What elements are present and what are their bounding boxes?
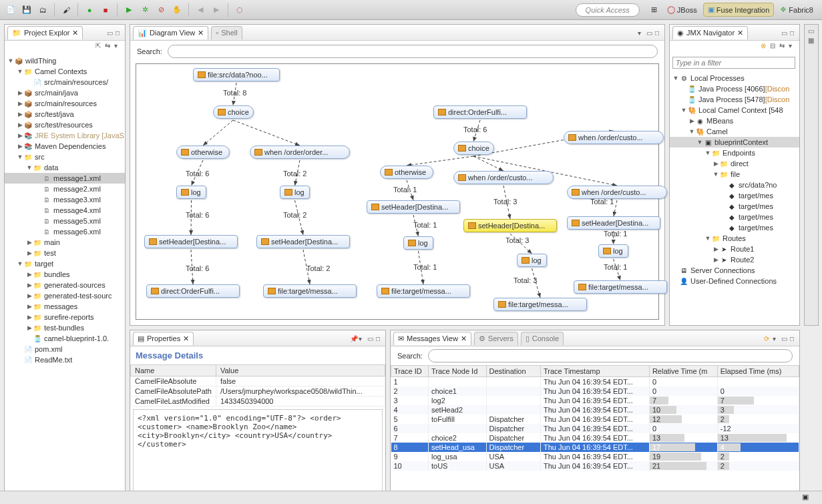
diagram-node[interactable]: log <box>403 236 433 250</box>
twisty-icon[interactable]: ▼ <box>704 150 711 156</box>
tree-item[interactable]: ▶📦src/test/resources <box>5 119 125 130</box>
xml-source-box[interactable]: <?xml version="1.0" encoding="UTF-8"?> <… <box>133 409 383 501</box>
tree-item[interactable]: 🗎message4.xml <box>5 205 125 216</box>
tree-item[interactable]: ▼📁Camel Contexts <box>5 66 125 77</box>
twisty-icon[interactable]: ▶ <box>26 250 33 256</box>
diagram-node[interactable]: file:target/messa... <box>377 284 470 298</box>
tree-item[interactable]: 📄src/main/resources/ <box>5 77 125 87</box>
msg-col[interactable]: Destination <box>486 366 540 377</box>
minimize-icon[interactable]: ▭ <box>781 335 788 342</box>
brush-icon[interactable]: 🖌 <box>59 3 73 17</box>
diagram-node[interactable]: when /order/custo... <box>567 186 667 199</box>
twisty-icon[interactable]: ▶ <box>17 89 23 96</box>
collapse-icon[interactable]: ⊟ <box>770 42 777 49</box>
jmx-tree-item[interactable]: ▼⚙Local Processes <box>670 73 799 83</box>
msg-col[interactable]: Elapsed Time (ms) <box>717 366 799 377</box>
twisty-icon[interactable]: ▶ <box>26 271 33 278</box>
jmx-tree-item[interactable]: ◆target/mes <box>670 212 799 222</box>
save-icon[interactable]: 💾 <box>20 3 33 17</box>
twisty-icon[interactable]: ▶ <box>17 100 23 107</box>
twisty-icon[interactable]: ▶ <box>26 324 33 331</box>
msg-col[interactable]: Relative Time (m <box>649 366 717 377</box>
jmx-tree-item[interactable]: ◆src/data?no <box>670 180 799 190</box>
message-row[interactable]: 4setHead2Thu Jun 04 16:39:54 EDT...103 <box>391 405 799 415</box>
twisty-icon[interactable]: ▶ <box>26 314 33 320</box>
perspective-fuse[interactable]: ▣Fuse Integration <box>703 3 775 17</box>
maximize-icon[interactable]: □ <box>376 335 383 342</box>
twisty-icon[interactable]: ▼ <box>26 164 33 171</box>
link-editor-icon[interactable]: ⇆ <box>105 42 112 49</box>
diagram-node[interactable]: file:src/data?noo... <box>193 68 280 81</box>
jmx-tree-item[interactable]: ▶➤Route2 <box>670 254 799 265</box>
messages-search-input[interactable] <box>428 349 793 362</box>
back-icon[interactable]: ◀ <box>194 3 207 17</box>
diagram-node[interactable]: setHeader[Destina... <box>567 216 660 230</box>
twisty-icon[interactable]: ▶ <box>712 246 719 252</box>
tree-item[interactable]: ▼📦wildThing <box>5 55 125 66</box>
diagram-node[interactable]: choice <box>453 142 494 155</box>
forward-icon[interactable]: ▶ <box>210 3 223 17</box>
jmx-tree-item[interactable]: ◆target/mes <box>670 190 799 201</box>
diagram-node[interactable]: file:target/messa... <box>263 284 357 298</box>
view-menu-icon[interactable]: ▾ <box>773 335 779 342</box>
props-col-name[interactable]: Name <box>131 365 216 376</box>
perspective-jboss[interactable]: ◯JBoss <box>662 3 702 17</box>
message-row[interactable]: 3log2Thu Jun 04 16:39:54 EDT...77 <box>391 396 799 405</box>
tree-item[interactable]: 🗎message5.xml <box>5 216 125 226</box>
message-row[interactable]: 7choice2DispatcherThu Jun 04 16:39:54 ED… <box>391 433 799 443</box>
palette-icon[interactable]: ▦ <box>808 37 815 43</box>
minimize-icon[interactable]: ▭ <box>367 335 374 342</box>
diagram-node[interactable]: setHeader[Destina... <box>367 200 460 214</box>
tree-item[interactable]: ▶📦src/main/resources <box>5 98 125 109</box>
diagram-canvas[interactable]: file:src/data?noo...choiceotherwisewhen … <box>136 63 659 320</box>
tree-item[interactable]: 🗎message2.xml <box>5 184 125 194</box>
twisty-icon[interactable]: ▶ <box>688 117 695 124</box>
message-row[interactable]: 6DispatcherThu Jun 04 16:39:54 EDT...0-1… <box>391 424 799 433</box>
restore-icon[interactable]: ▭ <box>808 27 815 34</box>
tree-item[interactable]: ▶📁main <box>5 237 125 248</box>
open-perspective-icon[interactable]: ⊞ <box>648 3 661 17</box>
minimize-icon[interactable]: ▭ <box>107 29 114 36</box>
messages-table[interactable]: Trace IDTrace Node IdDestinationTrace Ti… <box>391 365 799 471</box>
view-menu-icon[interactable]: ▾ <box>359 335 365 342</box>
twisty-icon[interactable]: ▶ <box>26 292 33 299</box>
twisty-icon[interactable]: ▼ <box>672 75 679 81</box>
message-row[interactable]: 1Thu Jun 04 16:39:54 EDT...0 <box>391 377 799 387</box>
message-row[interactable]: 9log_usaUSAThu Jun 04 16:39:54 EDT...192 <box>391 452 799 461</box>
diagram-node[interactable]: direct:OrderFulfi... <box>433 105 527 119</box>
tree-item[interactable]: 📄ReadMe.txt <box>5 354 125 365</box>
twisty-icon[interactable]: ▼ <box>696 139 703 146</box>
stop-red-icon[interactable]: ■ <box>99 3 112 17</box>
tree-item[interactable]: 🫙camel-blueprint-1.0. <box>5 333 125 344</box>
jmx-filter-input[interactable] <box>672 57 795 69</box>
minimize-icon[interactable]: ▭ <box>781 29 788 36</box>
tree-item[interactable]: ▼📁src <box>5 152 125 162</box>
tree-item[interactable]: ▶📁generated-test-sourc <box>5 290 125 301</box>
tree-item[interactable]: ▶📚Maven Dependencies <box>5 141 125 152</box>
maximize-icon[interactable]: □ <box>790 29 797 36</box>
tree-item[interactable]: ▶📁test <box>5 248 125 258</box>
messages-view-tab[interactable]: ✉ Messages View ✕ <box>393 332 471 345</box>
twisty-icon[interactable]: ▼ <box>17 260 23 267</box>
tree-item[interactable]: ▶📁bundles <box>5 269 125 280</box>
saveall-icon[interactable]: 🗂 <box>36 3 49 17</box>
menu-icon[interactable]: ▾ <box>789 42 795 49</box>
console-tab[interactable]: ▯ Console <box>521 332 564 345</box>
project-tree[interactable]: ▼📦wildThing▼📁Camel Contexts📄src/main/res… <box>5 54 125 504</box>
new-connection-icon[interactable]: ⊕ <box>761 42 767 49</box>
run-green-icon[interactable]: ● <box>83 3 96 17</box>
properties-tab[interactable]: ▤ Properties ✕ <box>133 332 194 345</box>
tree-item[interactable]: 🗎message6.xml <box>5 226 125 237</box>
jmx-tree-item[interactable]: ▶➤Route1 <box>670 244 799 254</box>
maximize-icon[interactable]: □ <box>655 29 662 36</box>
debug-icon[interactable]: ✲ <box>138 3 152 17</box>
twisty-icon[interactable]: ▼ <box>688 128 695 135</box>
diagram-node[interactable]: log <box>176 186 206 199</box>
diagram-node[interactable]: file:target/messa... <box>574 280 667 294</box>
perspective-fabric8[interactable]: ❖Fabric8 <box>775 3 818 17</box>
twisty-icon[interactable]: ▶ <box>17 121 23 128</box>
twisty-icon[interactable]: ▶ <box>712 256 719 263</box>
diagram-node[interactable]: direct:OrderFulfi... <box>146 284 240 298</box>
msg-col[interactable]: Trace Node Id <box>429 366 487 377</box>
tree-item[interactable]: ▶📦src/main/java <box>5 87 125 98</box>
